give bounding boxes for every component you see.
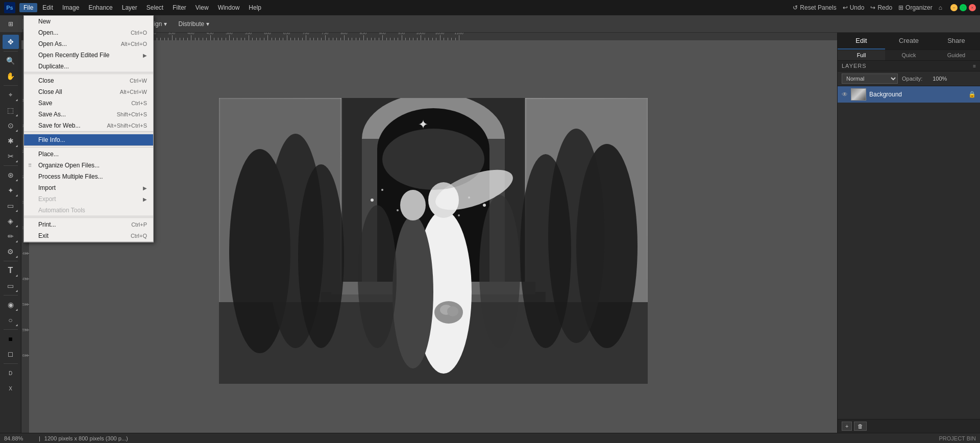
undo-btn[interactable]: ↩ Undo — [843, 4, 865, 11]
tool-eyedropper[interactable]: ⌖ — [3, 88, 19, 102]
tool-sep-6 — [4, 363, 18, 364]
tool-eraser[interactable]: ▭ — [3, 199, 19, 213]
menu-open-recently[interactable]: Open Recently Edited File ▶ — [24, 50, 153, 61]
menu-open-shortcut: Ctrl+O — [131, 30, 147, 36]
tab-edit[interactable]: Edit — [838, 33, 885, 50]
menu-open[interactable]: Open... Ctrl+O — [24, 27, 153, 38]
drag-handle-icon: ⠿ — [28, 163, 32, 168]
photo-canvas: ✦ — [219, 98, 648, 384]
tool-brush[interactable]: ✏ — [3, 229, 19, 243]
import-submenu-arrow: ▶ — [143, 185, 147, 191]
tool-default-colors[interactable]: D — [3, 366, 19, 380]
tool-paint-bucket[interactable]: ◈ — [3, 214, 19, 228]
svg-point-28 — [458, 214, 460, 216]
menu-export-label: Export — [38, 195, 143, 203]
menu-import[interactable]: Import ▶ — [24, 182, 153, 193]
menu-duplicate[interactable]: Duplicate... — [24, 61, 153, 72]
tool-move[interactable]: ✥ — [3, 35, 19, 49]
svg-point-31 — [447, 306, 458, 316]
menu-print-shortcut: Ctrl+P — [131, 222, 147, 228]
menu-open-label: Open... — [38, 29, 120, 36]
new-layer-btn[interactable]: + — [842, 422, 852, 431]
menu-image[interactable]: Image — [58, 3, 83, 12]
menu-print[interactable]: Print... Ctrl+P — [24, 219, 153, 230]
menu-help[interactable]: Help — [244, 3, 265, 12]
menu-sep-4 — [24, 217, 153, 218]
tool-blur[interactable]: ◉ — [3, 298, 19, 312]
menu-close[interactable]: Close Ctrl+W — [24, 75, 153, 86]
menu-file-info[interactable]: File Info... — [24, 134, 153, 145]
tool-dodge[interactable]: ○ — [3, 313, 19, 327]
tool-text[interactable]: T — [3, 263, 19, 278]
menu-save-for-web-shortcut: Alt+Shift+Ctrl+S — [107, 122, 147, 129]
menu-print-label: Print... — [38, 221, 121, 228]
menu-save[interactable]: Save Ctrl+S — [24, 97, 153, 109]
menu-save-label: Save — [38, 100, 121, 107]
tool-crop[interactable]: ✂ — [3, 149, 19, 163]
menu-view[interactable]: View — [191, 3, 213, 12]
tool-spot-healing[interactable]: ⊛ — [3, 168, 19, 182]
sub-tab-quick[interactable]: Quick — [885, 50, 933, 60]
tool-lasso[interactable]: ⊙ — [3, 118, 19, 133]
menu-layer[interactable]: Layer — [118, 3, 141, 12]
tool-sep-0 — [4, 51, 18, 52]
view-btn[interactable]: ⊞ — [4, 19, 17, 29]
opacity-value: 100% — [926, 76, 947, 82]
reset-panels-btn[interactable]: ↺ Reset Panels — [793, 4, 836, 11]
home-btn[interactable]: ⌂ — [939, 4, 942, 11]
menu-save-shortcut: Ctrl+S — [131, 100, 147, 106]
menu-enhance[interactable]: Enhance — [84, 3, 116, 12]
menu-new[interactable]: New — [24, 16, 153, 27]
tab-share[interactable]: Share — [933, 33, 980, 50]
minimize-btn[interactable]: − — [950, 4, 958, 11]
opacity-label: Opacity: — [902, 76, 922, 82]
menu-open-as-label: Open As... — [38, 40, 111, 47]
maximize-btn[interactable]: □ — [960, 4, 967, 11]
menu-open-as[interactable]: Open As... Alt+Ctrl+O — [24, 38, 153, 50]
menu-select[interactable]: Select — [142, 3, 167, 12]
menu-exit[interactable]: Exit Ctrl+Q — [24, 230, 153, 241]
layers-options-btn[interactable]: ≡ — [973, 63, 976, 69]
tool-smart-brush[interactable]: ⚙ — [3, 244, 19, 259]
tool-marquee[interactable]: ⬚ — [3, 103, 19, 117]
menu-new-label: New — [38, 18, 147, 25]
layer-visibility-eye[interactable]: 👁 — [842, 91, 848, 98]
tab-create[interactable]: Create — [885, 33, 933, 50]
distribute-btn[interactable]: Distribute ▾ — [174, 19, 213, 29]
blend-mode-select[interactable]: Normal — [842, 73, 898, 84]
delete-layer-btn[interactable]: 🗑 — [854, 422, 867, 431]
tool-quick-selection[interactable]: ✱ — [3, 134, 19, 148]
svg-point-26 — [468, 196, 470, 199]
menu-file[interactable]: File — [19, 3, 37, 12]
layer-item-background[interactable]: 👁 Background 🔒 — [838, 86, 980, 103]
tool-hand[interactable]: ✋ — [3, 69, 19, 83]
menu-close-all[interactable]: Close All Alt+Ctrl+W — [24, 86, 153, 97]
menu-filter[interactable]: Filter — [168, 3, 190, 12]
menu-edit[interactable]: Edit — [38, 3, 57, 12]
tool-shape[interactable]: ▭ — [3, 279, 19, 293]
menu-bar: File Edit Image Enhance Layer Select Fil… — [19, 3, 265, 12]
tool-clone[interactable]: ✦ — [3, 183, 19, 198]
menu-process-multiple[interactable]: Process Multiple Files... — [24, 171, 153, 182]
organizer-btn[interactable]: ⊞ Organizer — [898, 4, 933, 11]
menu-sep-1 — [24, 73, 153, 74]
menu-save-for-web[interactable]: Save for Web... Alt+Shift+Ctrl+S — [24, 120, 153, 131]
redo-btn[interactable]: ↪ Redo — [870, 4, 892, 11]
tool-switch-colors[interactable]: X — [3, 381, 19, 396]
statusbar: 84.88% | 1200 pixels x 800 pixels (300 p… — [0, 433, 980, 443]
menu-save-as[interactable]: Save As... Shift+Ctrl+S — [24, 109, 153, 120]
layers-header: LAYERS ≡ — [838, 61, 980, 71]
svg-point-23 — [371, 199, 374, 202]
menu-place[interactable]: Place... — [24, 149, 153, 160]
tool-foreground-color[interactable]: ■ — [3, 332, 19, 346]
menu-section-new-open: New Open... Ctrl+O Open As... Alt+Ctrl+O… — [24, 16, 153, 72]
menu-organize-open-files[interactable]: ⠿ Organize Open Files... — [24, 160, 153, 171]
layer-thumbnail — [851, 88, 866, 101]
tool-background-color[interactable]: □ — [3, 347, 19, 361]
tool-zoom[interactable]: 🔍 — [3, 54, 19, 68]
menu-exit-shortcut: Ctrl+Q — [131, 233, 147, 239]
close-btn[interactable]: × — [969, 4, 976, 11]
menu-window[interactable]: Window — [214, 3, 244, 12]
sub-tab-guided[interactable]: Guided — [933, 50, 980, 60]
sub-tab-full[interactable]: Full — [838, 50, 885, 60]
